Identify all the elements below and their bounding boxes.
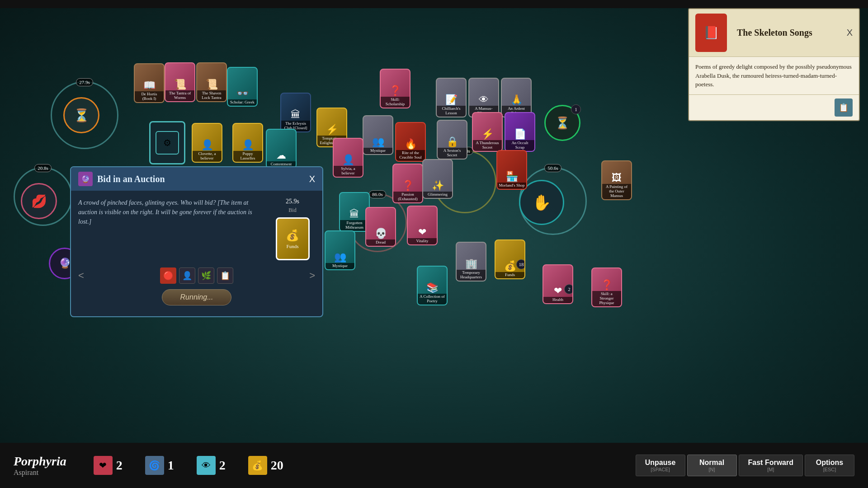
card-mystique-1[interactable]: 👥 Mystique [363,115,393,155]
card-thunderous-secret[interactable]: ⚡ A Thunderous Secret [472,112,503,152]
verb-slot-lips[interactable]: 💋 [21,183,57,219]
timer-label-5: 50.6s [544,164,561,172]
stat-funds: 💰 20 [248,456,283,475]
auction-bottom: < 🔴 👤 🌿 📋 > [71,267,322,289]
card-painting-outer-mansus[interactable]: 🖼 A Painting of the Outer Mansus [601,160,632,200]
tooltip-panel: 📕 The Skeleton Songs X Poems of greedy d… [688,8,860,121]
card-health[interactable]: ❤ Health 2 [542,264,573,304]
card-skill-scholarship[interactable]: ❓ Skill: Scholarship [380,69,410,108]
card-dread[interactable]: 💀 Dread [365,207,396,247]
card-vitality[interactable]: ❤ Vitality [407,206,438,245]
card-rite-crucible-soul[interactable]: 🔥 Rite of the Crucible Soul [395,122,426,162]
card-morlands-shop[interactable]: 🏪 Morland's Shop [496,150,527,190]
card-ecleysis-club[interactable]: 🏛 The Ecleysis Club [Closed] [280,93,311,132]
bid-card[interactable]: 💰 Funds [276,217,310,260]
tooltip-card-icon: 📕 [695,14,727,52]
stat-funds-value: 20 [271,458,283,473]
card-funds-board[interactable]: 💰 Funds 18 [495,239,525,279]
stat-health: ❤ 2 [94,456,123,475]
card-poppy-lasselles[interactable]: 👤 Poppy Lasselles [232,123,263,163]
bottom-buttons: Unpause [SPACE] Normal [N] Fast Forward … [636,455,854,476]
running-button[interactable]: Running... [162,289,232,305]
auction-nav-prev[interactable]: < [78,270,84,282]
card-chilliarchs-lesson[interactable]: 📝 Chilliarch's Lesson [436,78,467,117]
stat-reason-icon: 👁 [197,456,216,475]
tooltip-title: The Skeleton Songs [737,28,812,38]
unpause-sub: [SPACE] [651,467,670,472]
auction-bid-label: Bid [288,207,296,214]
card-occult-scrap[interactable]: 📄 An Occult Scrap [505,112,535,152]
card-mansus-glimpse[interactable]: 👁 A Mansus-Glimpse [468,78,499,117]
stat-health-icon: ❤ [94,456,113,475]
card-mystique-2[interactable]: 👥 Mystique [325,230,355,270]
card-scholar-greek[interactable]: 👓 Scholar: Greek [227,67,258,107]
card-collection-poetry[interactable]: 📚 A Collection of Poetry [417,266,448,305]
card-shaven-lock[interactable]: 📜 The Shaven Lock Tantra [196,62,227,102]
card-temp-headquarters[interactable]: 🏢 Temporary Headquarters [456,242,486,282]
card-passion-exhausted[interactable]: ❓ Passion (Exhausted) [392,164,423,203]
card-sextons-secret[interactable]: 🔒 A Sexton's Secret [437,120,467,160]
card-frame-special[interactable]: ⚙ [149,121,185,164]
normal-button[interactable]: Normal [N] [687,455,737,476]
stat-group: ❤ 2 🌀 1 👁 2 💰 20 [94,456,636,475]
tooltip-body: Poems of greedy delight composed by the … [689,57,859,94]
card-clovette[interactable]: 👤 Clovette, a believer [192,123,222,163]
auction-header: 🔮 Bid in an Auction X [71,167,322,191]
fast-forward-label: Fast Forward [748,459,793,467]
auction-description: A crowd of pinched faces, glinting eyes.… [78,198,263,260]
auction-body: A crowd of pinched faces, glinting eyes.… [71,191,322,267]
card-sylvia[interactable]: 👤 Sylvia, a believer [333,138,363,178]
auction-action-dark3[interactable]: 📋 [217,267,233,284]
options-sub: [ESC] [823,467,836,472]
player-title: Aspirant [14,469,66,477]
health-badge: 2 [564,284,573,294]
auction-action-icons: 🔴 👤 🌿 📋 [160,267,233,284]
top-bar [0,0,868,8]
auction-timer: 25.9s [286,198,299,205]
auction-title: Bid in an Auction [97,174,165,184]
fast-forward-sub: [M] [767,467,774,472]
auction-close-button[interactable]: X [309,174,315,184]
stat-funds-icon: 💰 [248,456,267,475]
player-name: Porphyria [14,454,66,469]
player-info: Porphyria Aspirant [14,454,66,477]
tooltip-footer: 📋 [689,94,859,120]
card-contentment[interactable]: ☁ Contentment [266,129,297,169]
tooltip-close-button[interactable]: X [847,28,853,38]
unpause-label: Unpause [645,459,676,467]
timer-label-2: 20.8s [34,164,52,172]
normal-label: Normal [699,459,724,467]
stat-passion: 🌀 1 [145,456,174,475]
auction-icon: 🔮 [78,172,93,186]
unpause-button[interactable]: Unpause [SPACE] [636,455,685,476]
normal-sub: [N] [709,467,715,472]
tooltip-header: 📕 The Skeleton Songs X [689,9,859,57]
verb-slot-badge: 1 [571,104,581,114]
bid-card-label: Funds [287,244,299,249]
fast-forward-button[interactable]: Fast Forward [M] [739,455,803,476]
tooltip-action-button[interactable]: 📋 [835,99,853,117]
auction-action-dark1[interactable]: 👤 [179,267,195,284]
auction-nav-next[interactable]: > [309,270,315,282]
verb-slot-hourglass[interactable]: ⏳ [63,97,99,133]
card-de-horts[interactable]: 📖 De Hortis (Book I) [134,63,165,103]
card-ardent-orison[interactable]: 🙏 An Ardent Orison [501,78,532,117]
stat-passion-icon: 🌀 [145,456,164,475]
bottom-bar: Porphyria Aspirant ❤ 2 🌀 1 👁 2 💰 20 [0,443,868,488]
stat-reason-value: 2 [219,458,226,473]
auction-action-dark2[interactable]: 🌿 [198,267,214,284]
options-label: Options [816,459,843,467]
tooltip-description: Poems of greedy delight composed by the … [695,62,853,89]
verb-slot-green-hourglass[interactable]: ⏳ 1 [544,105,580,141]
auction-action-red[interactable]: 🔴 [160,267,176,284]
auction-card-area: 25.9s Bid 💰 Funds [270,198,315,260]
card-tantra-worms[interactable]: 📜 The Tantra of Worms [165,62,195,102]
auction-dialog: 🔮 Bid in an Auction X A crowd of pinched… [70,166,323,317]
auction-running-area: Running... [71,289,322,316]
options-button[interactable]: Options [ESC] [805,455,854,476]
timer-label-3: 86.0s [369,190,386,198]
stat-reason: 👁 2 [197,456,226,475]
card-skill-stronger-physique[interactable]: ❓ Skill: a Stronger Physique [591,267,622,307]
card-glimmering[interactable]: ✨ Glimmering [422,159,453,199]
stat-passion-value: 1 [168,458,174,473]
